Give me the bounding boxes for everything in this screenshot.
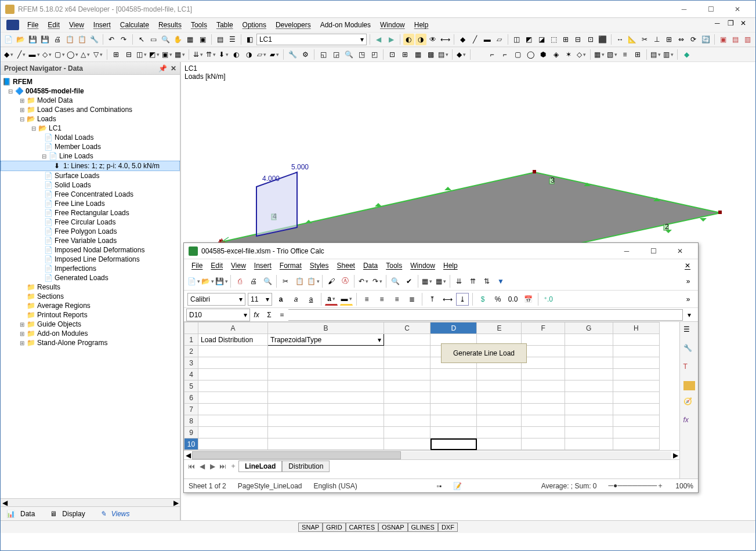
minimize-button[interactable]: ─ (671, 1, 697, 18)
t2-22-icon[interactable]: 🔧 (287, 49, 298, 60)
sidebar-navigator-icon[interactable]: 🧭 (683, 397, 695, 409)
member-icon[interactable]: ▬ (482, 34, 493, 45)
save-doc-icon[interactable]: 💾 (215, 275, 228, 288)
save-icon[interactable]: 💾 (27, 34, 38, 45)
font-combo[interactable]: Calibri▾ (187, 293, 245, 306)
status-stats[interactable]: Average: ; Sum: 0 (541, 482, 597, 490)
t2-21-icon[interactable]: ▰ (269, 49, 280, 60)
t2-24-icon[interactable]: ◱ (317, 49, 329, 60)
view-4-icon[interactable]: ⟷ (440, 34, 451, 45)
misc-1-icon[interactable]: ◫ (511, 34, 522, 45)
t2-39-icon[interactable]: ⬢ (537, 49, 549, 60)
menu-results[interactable]: Results (154, 20, 186, 30)
excel-minimize[interactable]: ─ (613, 243, 640, 259)
surf-icon[interactable]: ▱ (494, 34, 505, 45)
status-insert-icon[interactable]: ▫▪ (437, 482, 442, 490)
sidebar-styles-icon[interactable]: T (683, 362, 695, 374)
misc-5-icon[interactable]: ⊞ (560, 34, 571, 45)
save-as-icon[interactable]: 💾 (39, 34, 50, 45)
align-justify-icon[interactable]: ≣ (406, 293, 418, 306)
rotate-icon[interactable]: ⟳ (688, 34, 699, 45)
cell-reference[interactable]: D10▾ (186, 309, 250, 321)
axis-icon[interactable]: ⊥ (651, 34, 662, 45)
new-icon[interactable]: 📄 (3, 34, 14, 45)
t2-13-icon[interactable]: ▣ (161, 49, 173, 60)
excel-menu-sheet[interactable]: Sheet (333, 260, 359, 271)
status-osnap[interactable]: OSNAP (378, 523, 408, 532)
mdi-restore[interactable]: ❐ (728, 19, 740, 31)
t2-2-icon[interactable]: ╱ (16, 49, 27, 60)
t2-31-icon[interactable]: ▦ (412, 49, 424, 60)
nav-left-icon[interactable]: ◀ (373, 34, 384, 45)
t2-19-icon[interactable]: ◑ (243, 49, 255, 60)
status-glines[interactable]: GLINES (408, 523, 438, 532)
line-icon[interactable]: ╱ (469, 34, 480, 45)
menu-file[interactable]: File (23, 20, 43, 30)
t2-42-icon[interactable]: ◇ (576, 49, 587, 60)
status-style[interactable]: PageStyle_LineLoad (238, 482, 302, 490)
report-icon[interactable]: 📋 (64, 34, 75, 45)
navigator-hscroll[interactable]: ◀▶ (1, 498, 180, 506)
tab-prev-icon[interactable]: ◀ (197, 462, 207, 470)
excel-menu-format[interactable]: Format (276, 260, 306, 271)
pointer-icon[interactable]: ↖ (136, 34, 147, 45)
select-icon[interactable]: ▭ (148, 34, 159, 45)
valign-top-icon[interactable]: ⤒ (426, 293, 439, 306)
spreadsheet-grid[interactable]: A B C D E F G H 1Load DistributionTrapez… (184, 322, 679, 478)
bold-icon[interactable]: a (274, 293, 287, 306)
misc-2-icon[interactable]: ◩ (523, 34, 534, 45)
excel-menu-styles[interactable]: Styles (306, 260, 333, 271)
excel-close[interactable]: ✕ (667, 243, 693, 259)
excel-menu-window[interactable]: Window (406, 260, 439, 271)
view-1-icon[interactable]: ◐ (403, 34, 414, 45)
pan-icon[interactable]: ✋ (172, 34, 183, 45)
bgcolor-icon[interactable]: ▬ (340, 293, 353, 306)
misc-3-icon[interactable]: ◪ (536, 34, 547, 45)
menu-table[interactable]: Table (212, 20, 238, 30)
lc-icon[interactable]: ◧ (244, 34, 255, 45)
menu-developers[interactable]: Developers (271, 20, 316, 30)
t2-5-icon[interactable]: ▢ (54, 49, 66, 60)
align-right-icon[interactable]: ≡ (390, 293, 403, 306)
status-sig-icon[interactable]: 📝 (453, 482, 462, 490)
zoom-value[interactable]: 100% (675, 482, 693, 490)
t2-48-icon[interactable]: ▥ (663, 49, 674, 60)
open-icon[interactable]: 📂 (15, 34, 26, 45)
t2-10-icon[interactable]: ⊟ (123, 49, 135, 60)
navigator-pin-icon[interactable]: 📌 (158, 64, 167, 72)
generate-line-load-button[interactable]: Generate Line Load (441, 343, 527, 363)
t2-37-icon[interactable]: ▢ (512, 49, 523, 60)
print-icon[interactable]: 🖨 (52, 34, 63, 45)
zoom-slider[interactable]: ─●────────＋ (609, 481, 664, 491)
sheet-tab-distribution[interactable]: Distribution (282, 461, 330, 472)
t2-11-icon[interactable]: ◫ (136, 49, 147, 60)
t2-44-icon[interactable]: ▧ (606, 49, 618, 60)
t2-7-icon[interactable]: △ (79, 49, 91, 60)
menu-options[interactable]: Options (238, 20, 271, 30)
navigator-tree[interactable]: 📘RFEM ⊟🔷004585-model-file ⊞📁Model Data ⊞… (1, 75, 180, 498)
navigator-close-icon[interactable]: ✕ (171, 64, 176, 72)
excel-titlebar[interactable]: 004585-excel-file.xlsm - Trio Office Cal… (184, 243, 698, 259)
t2-30-icon[interactable]: ⊞ (399, 49, 411, 60)
status-grid[interactable]: GRID (323, 523, 346, 532)
equals-icon[interactable]: = (276, 309, 288, 321)
t2-3-icon[interactable]: ▬ (28, 49, 40, 60)
menu-view[interactable]: View (64, 20, 89, 30)
percent-icon[interactable]: % (491, 293, 504, 306)
refresh-icon[interactable]: 🔄 (700, 34, 711, 45)
t2-41-icon[interactable]: ✶ (563, 49, 574, 60)
t2-17-icon[interactable]: ⬇ (218, 49, 229, 60)
redo2-icon[interactable]: ↷ (371, 275, 384, 288)
t2-15-icon[interactable]: ⇊ (192, 49, 204, 60)
t2-28-icon[interactable]: ◰ (368, 49, 380, 60)
copy-icon[interactable]: 📋 (77, 34, 88, 45)
mdi-close[interactable]: ✕ (740, 19, 753, 31)
grid-icon[interactable]: ▦ (185, 34, 196, 45)
nav-tab-views[interactable]: ✎Views (97, 507, 137, 520)
fx-wizard-icon[interactable]: fx (250, 309, 263, 321)
excel-menu-help[interactable]: Help (439, 260, 462, 271)
loadcase-combo[interactable]: LC1▾ (256, 34, 367, 45)
underline-icon[interactable]: a (305, 293, 317, 306)
t2-20-icon[interactable]: ▱ (256, 49, 267, 60)
t2-8-icon[interactable]: ▽ (92, 49, 104, 60)
